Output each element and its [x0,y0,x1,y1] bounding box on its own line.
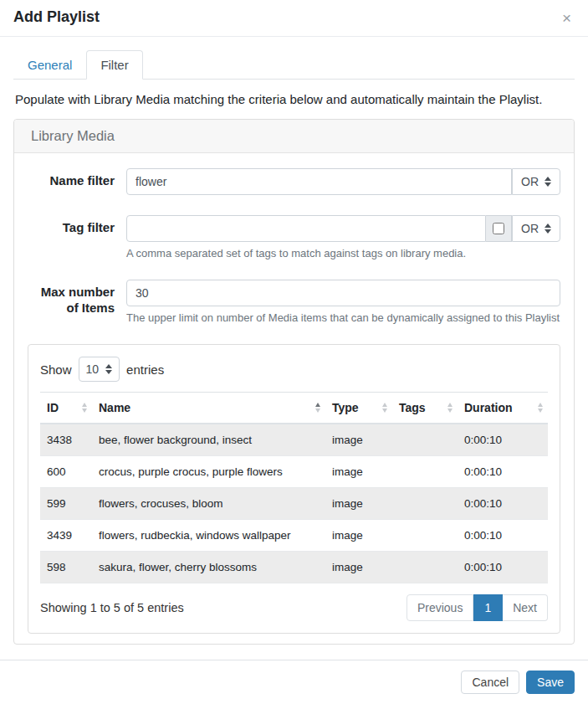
cell-id: 599 [40,488,92,520]
cell-id: 598 [40,552,92,583]
tag-filter-input[interactable] [126,215,486,242]
tag-filter-label: Tag filter [28,215,126,260]
cell-tags [392,552,458,583]
save-button[interactable]: Save [526,671,575,694]
cell-tags [392,424,458,456]
pagination-page-1-button[interactable]: 1 [473,594,503,621]
table-info-text: Showing 1 to 5 of 5 entries [40,601,184,614]
name-filter-label: Name filter [28,168,126,195]
cell-type: image [325,552,392,583]
max-items-group: Max number of Items The upper limit on n… [28,280,560,324]
sort-icon [538,403,543,413]
close-icon[interactable]: × [559,8,575,28]
cell-name: flowers, crocuses, bloom [92,488,325,520]
name-filter-input[interactable] [126,168,512,195]
sort-asc-icon [315,403,320,413]
page-length-select[interactable]: 10 [79,357,120,382]
media-table: ID Name Type Tags Duration 3438bee, flow… [40,392,548,583]
cell-name: sakura, flower, cherry blossoms [92,552,325,583]
pagination-next-button[interactable]: Next [503,594,548,621]
modal-footer: Cancel Save [0,660,588,704]
select-arrows-icon [545,224,551,234]
name-filter-group: Name filter OR [28,168,560,195]
pagination: Previous 1 Next [406,594,548,621]
table-length-row: Show 10 entries [40,357,548,382]
cell-duration: 0:00:10 [458,424,548,456]
select-arrows-icon [545,177,551,187]
table-row: 3439flowers, rudbeckia, windows wallpape… [40,520,548,552]
cell-id: 600 [40,456,92,488]
table-row: 3438bee, flower background, insectimage0… [40,424,548,456]
filter-tab-description: Populate with Library Media matching the… [15,92,573,106]
entries-label: entries [126,362,164,377]
show-label: Show [40,362,72,377]
tag-filter-operator-value: OR [521,222,539,235]
tag-filter-operator-select[interactable]: OR [512,215,560,242]
table-row: 598sakura, flower, cherry blossomsimage0… [40,552,548,583]
cell-duration: 0:00:10 [458,520,548,552]
library-media-card: Library Media Name filter OR [13,119,575,645]
cell-duration: 0:00:10 [458,552,548,583]
tab-filter[interactable]: Filter [86,50,142,80]
sort-icon [447,403,453,413]
cell-name: flowers, rudbeckia, windows wallpaper [92,520,325,552]
name-filter-operator-value: OR [521,175,539,188]
cancel-button[interactable]: Cancel [461,671,519,694]
page-length-value: 10 [86,362,100,376]
cell-id: 3439 [40,520,92,552]
cell-duration: 0:00:10 [458,488,548,520]
library-media-card-body: Name filter OR Tag filter [14,153,574,644]
pagination-previous-button[interactable]: Previous [406,594,473,621]
max-items-help-text: The upper limit on number of Media items… [126,311,560,324]
modal-title: Add Playlist [13,8,100,26]
modal-body: General Filter Populate with Library Med… [0,37,588,660]
table-footer: Showing 1 to 5 of 5 entries Previous 1 N… [40,594,548,621]
cell-tags [392,488,458,520]
tag-filter-group: Tag filter OR A comma sepa [28,215,560,260]
tab-bar: General Filter [13,50,575,80]
max-items-label: Max number of Items [28,280,126,324]
column-header-duration[interactable]: Duration [458,393,548,424]
column-header-id[interactable]: ID [40,393,92,424]
column-header-tags[interactable]: Tags [392,393,458,424]
cell-type: image [325,520,392,552]
cell-duration: 0:00:10 [458,456,548,488]
cell-name: bee, flower background, insect [92,424,325,456]
add-playlist-modal: Add Playlist × General Filter Populate w… [0,0,588,704]
name-filter-operator-select[interactable]: OR [512,168,560,195]
tag-filter-help-text: A comma separated set of tags to match a… [126,247,560,260]
library-media-card-title: Library Media [14,120,574,153]
cell-tags [392,456,458,488]
cell-type: image [325,456,392,488]
cell-id: 3438 [40,424,92,456]
media-table-container: Show 10 entries ID Name Type [28,344,560,634]
cell-tags [392,520,458,552]
media-table-header-row: ID Name Type Tags Duration [40,393,548,424]
tab-general[interactable]: General [13,50,86,80]
table-row: 600crocus, purple crocus, purple flowers… [40,456,548,488]
cell-type: image [325,488,392,520]
modal-header: Add Playlist × [0,0,588,37]
column-header-name[interactable]: Name [92,393,325,424]
tag-filter-exact-addon [486,215,512,242]
sort-icon [382,403,387,413]
select-arrows-icon [105,364,112,374]
max-items-input[interactable] [126,280,560,306]
sort-icon [82,403,87,413]
cell-type: image [325,424,392,456]
cell-name: crocus, purple crocus, purple flowers [92,456,325,488]
tag-filter-exact-checkbox[interactable] [493,223,504,234]
table-row: 599flowers, crocuses, bloomimage0:00:10 [40,488,548,520]
column-header-type[interactable]: Type [325,393,392,424]
